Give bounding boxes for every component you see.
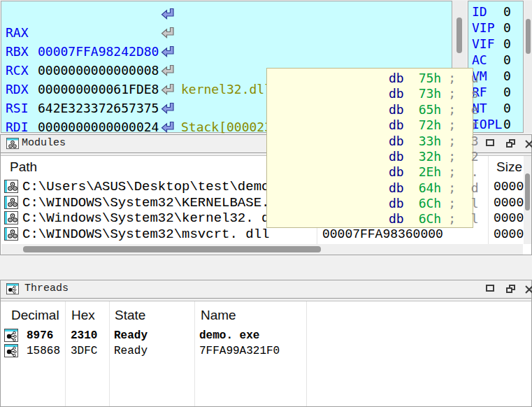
modules-horizontal-scrollbar-thumb[interactable] — [23, 246, 321, 252]
byte-operand: 64h — [419, 180, 442, 196]
ascii-comment: ; u — [448, 71, 478, 86]
decimal-column-header[interactable]: Decimal — [11, 308, 59, 323]
flag-value: 0 — [503, 3, 511, 20]
db-mnemonic: db — [389, 180, 404, 196]
threads-titlebar[interactable]: Threads — [1, 280, 531, 299]
return-arrow-icon — [161, 8, 175, 20]
ascii-comment: ; d — [448, 180, 478, 196]
register-row-rcx[interactable]: RCX 000000000061FDE8 Stack[00002310]:000… — [1, 42, 452, 61]
byte-operand: 73h — [419, 86, 442, 101]
flags-scrollbar-thumb[interactable] — [526, 19, 531, 54]
tooltip-row: db33h; 3 — [389, 134, 479, 149]
modules-icon — [6, 138, 19, 150]
ascii-comment: ; e — [448, 102, 478, 117]
ascii-comment: ; 2 — [448, 149, 478, 164]
ascii-comment: ; s — [448, 86, 478, 101]
maximize-button[interactable] — [486, 139, 494, 146]
byte-operand: 72h — [419, 117, 442, 133]
module-path: C:\WINDOWS\System32\msvcrt. dll — [22, 227, 269, 242]
tooltip-row: db72h; r — [389, 117, 479, 133]
ascii-comment: ; 3 — [448, 134, 478, 149]
flag-value: 0 — [503, 20, 511, 36]
path-column-header[interactable]: Path — [10, 159, 37, 175]
flag-row-ac[interactable]: AC0 — [468, 52, 523, 68]
db-mnemonic: db — [389, 117, 404, 133]
state-column-header[interactable]: State — [115, 308, 145, 323]
tooltip-row: db75h; u — [389, 71, 479, 86]
close-icon[interactable] — [525, 285, 532, 294]
byte-operand: 6Ch — [419, 211, 442, 227]
ascii-comment: ; r — [448, 117, 478, 133]
return-arrow-icon — [161, 83, 175, 96]
tooltip-row: db65h; e — [389, 102, 479, 117]
thread-icon — [4, 329, 18, 342]
tooltip-row: db6Ch; l — [389, 196, 479, 211]
db-mnemonic: db — [389, 164, 404, 180]
close-icon[interactable] — [525, 140, 532, 148]
flag-name: AC — [472, 52, 487, 68]
thread-state: Ready — [114, 328, 148, 343]
modules-vertical-scrollbar-thumb[interactable] — [525, 173, 530, 210]
byte-operand: 32h — [419, 149, 442, 164]
return-arrow-icon — [161, 64, 175, 77]
db-mnemonic: db — [389, 102, 404, 117]
return-arrow-icon — [161, 45, 175, 58]
flag-name: ID — [472, 3, 487, 20]
hex-column-header[interactable]: Hex — [71, 308, 95, 323]
db-mnemonic: db — [389, 71, 404, 86]
module-size: 0000 — [494, 179, 524, 194]
module-row[interactable]: C:\WINDOWS\System32\msvcrt. dll 00007FFA… — [1, 227, 523, 242]
thread-decimal-id: 8976 — [27, 328, 53, 343]
module-path: C:\Windows\System32\kernel32. dll — [22, 210, 285, 226]
db-mnemonic: db — [389, 196, 404, 211]
thread-hex-id: 2310 — [71, 328, 97, 343]
tooltip-row: db64h; d — [389, 180, 479, 196]
registers-scrollbar-thumb[interactable] — [456, 17, 462, 53]
db-mnemonic: db — [389, 149, 404, 164]
restore-button[interactable] — [506, 285, 517, 294]
restore-button[interactable] — [506, 139, 517, 148]
module-path: C:\WINDOWS\System32\KERNELBASE. dll — [22, 195, 301, 210]
return-arrow-icon — [161, 27, 175, 39]
flag-name: VIP — [472, 20, 495, 36]
threads-table: Decimal Hex State Name 8976 2310 Ready d… — [1, 301, 531, 406]
tooltip-row: db73h; s — [389, 86, 479, 101]
db-mnemonic: db — [389, 86, 404, 101]
name-column-header[interactable]: Name — [201, 308, 236, 323]
modules-horizontal-scrollbar[interactable] — [1, 244, 523, 255]
restore-front-square — [506, 142, 512, 148]
thread-name: demo. exe — [199, 328, 259, 343]
modules-title: Modules — [22, 137, 66, 149]
return-arrow-icon — [161, 121, 175, 134]
module-icon — [4, 211, 18, 224]
maximize-button[interactable] — [486, 285, 494, 292]
ascii-comment: ; l — [448, 211, 478, 227]
thread-row[interactable]: 8976 2310 Ready demo. exe — [1, 328, 531, 343]
thread-state: Ready — [114, 343, 148, 359]
threads-panel: Threads Decimal Hex State Name — [0, 280, 532, 407]
module-icon — [4, 196, 18, 209]
tooltip-row: db6Ch; l — [389, 211, 479, 227]
modules-vertical-scrollbar[interactable] — [524, 156, 531, 244]
flag-row-vif[interactable]: VIF0 — [468, 36, 523, 52]
db-mnemonic: db — [389, 134, 404, 149]
thread-hex-id: 3DFC — [71, 343, 97, 359]
flag-row-vip[interactable]: VIP0 — [468, 20, 523, 36]
register-row-rax[interactable]: RAX 00007FFA98242D80 kernel32.dll:kernel… — [1, 4, 452, 23]
module-size: 0000 — [494, 227, 524, 242]
disassembly-tooltip: db75h; u db73h; s db65h; e db72h; r db33… — [266, 68, 473, 228]
flags-scrollbar[interactable] — [524, 1, 532, 133]
byte-operand: 6Ch — [419, 196, 442, 211]
flag-row-id[interactable]: ID0 — [468, 3, 523, 20]
return-arrow-icon — [161, 102, 175, 115]
register-row-rbx[interactable]: RBX 0000000000000008 — [1, 23, 452, 42]
module-base-address: 00007FFA98360000 — [322, 227, 443, 242]
thread-row[interactable]: 15868 3DFC Ready 7FFA99A321F0 — [1, 343, 531, 359]
byte-operand: 65h — [419, 102, 442, 117]
tooltip-row: db2Eh; . — [389, 164, 479, 180]
flag-value: 0 — [503, 100, 511, 116]
byte-operand: 75h — [419, 71, 442, 86]
size-column-header[interactable]: Size — [496, 159, 522, 175]
flag-value: 0 — [503, 52, 511, 68]
flag-value: 0 — [503, 68, 511, 84]
